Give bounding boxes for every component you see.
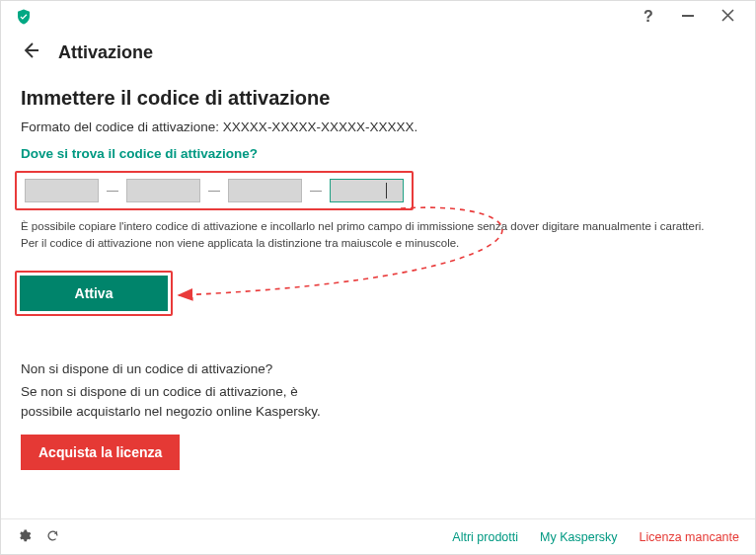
close-button[interactable] [708,1,747,33]
page-header: Attivazione [1,33,755,79]
paste-hint: È possibile copiare l'intero codice di a… [21,218,735,251]
no-code-text: Se non si dispone di un codice di attiva… [21,382,337,421]
code-fields-highlight: — — — [15,171,414,210]
footer-bar: Altri prodotti My Kaspersky Licenza manc… [1,518,755,554]
gear-icon[interactable] [17,528,32,546]
main-content: Immettere il codice di attivazione Forma… [1,79,755,470]
text-caret [386,183,387,198]
svg-rect-0 [682,15,694,17]
buy-license-button[interactable]: Acquista la licenza [21,435,180,470]
format-hint: Formato del codice di attivazione: XXXXX… [21,119,735,134]
help-button[interactable]: ? [629,1,668,33]
app-shield-icon [15,8,33,26]
code-separator: — [107,184,118,198]
minimize-button[interactable] [668,1,708,33]
footer-link-my-kaspersky[interactable]: My Kaspersky [540,530,618,544]
back-arrow-icon[interactable] [21,40,40,65]
where-is-code-link[interactable]: Dove si trova il codice di attivazione? [21,146,735,161]
code-field-3[interactable] [228,179,302,202]
code-separator: — [310,184,322,198]
code-separator: — [208,184,220,198]
section-title: Immettere il codice di attivazione [21,87,735,110]
footer-link-other-products[interactable]: Altri prodotti [452,530,518,544]
paste-hint-line1: È possibile copiare l'intero codice di a… [21,220,705,232]
code-field-2[interactable] [126,179,200,202]
activate-button[interactable]: Attiva [20,276,168,311]
no-code-heading: Non si dispone di un codice di attivazio… [21,361,735,376]
code-field-1[interactable] [25,179,99,202]
refresh-icon[interactable] [45,528,60,546]
paste-hint-line2: Per il codice di attivazione non viene a… [21,237,459,249]
activate-button-highlight: Attiva [15,271,173,316]
titlebar: ? [1,1,755,33]
footer-link-license-missing[interactable]: Licenza mancante [640,530,739,544]
page-title: Attivazione [58,42,153,63]
code-field-4[interactable] [330,179,404,202]
